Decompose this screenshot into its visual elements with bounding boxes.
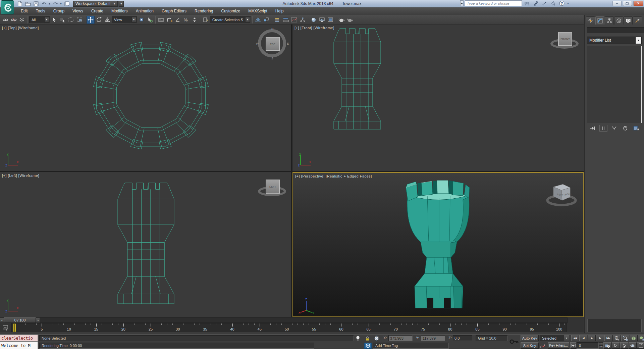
set-key-curve-icon[interactable] <box>540 343 547 349</box>
subscription-icon[interactable] <box>541 0 548 6</box>
menu-item[interactable]: Rendering <box>191 9 217 13</box>
spinner-snap-toggle-icon[interactable] <box>191 16 199 24</box>
isolate-selection-bulb-icon[interactable] <box>354 335 362 341</box>
tower-model[interactable] <box>293 173 584 317</box>
viewport-top[interactable]: [+] [Top] [Wireframe] N W E S TOP x y z <box>0 24 291 171</box>
viewcube-face-label[interactable]: LEFT <box>266 180 280 194</box>
time-slider-track[interactable] <box>40 317 568 323</box>
pin-stack-icon[interactable] <box>588 125 596 132</box>
viewport-front-label[interactable]: [+] [Front] [Wireframe] <box>294 26 334 30</box>
make-unique-icon[interactable] <box>610 125 618 132</box>
select-and-scale-icon[interactable] <box>103 16 111 24</box>
display-tab-icon[interactable] <box>624 16 633 24</box>
render-iterative-teapot-icon[interactable] <box>346 16 354 24</box>
maxscript-mini-listener-macro[interactable]: clearSelectio <box>0 335 38 342</box>
viewport-front[interactable]: [+] [Front] [Wireframe] FRONT x y z <box>292 24 584 171</box>
undo-dropdown-icon[interactable]: ▼ <box>48 3 51 5</box>
render-production-teapot-icon[interactable] <box>337 16 345 24</box>
play-animation-button[interactable]: ▶ <box>588 335 596 341</box>
hierarchy-tab-icon[interactable] <box>605 16 614 24</box>
z-coordinate-field[interactable]: 0,0 <box>453 335 472 341</box>
motion-tab-icon[interactable] <box>614 16 623 24</box>
application-menu-button[interactable] <box>1 0 14 14</box>
project-folder-icon[interactable] <box>63 1 70 7</box>
x-coordinate-field[interactable]: 373,963 <box>388 335 413 341</box>
zoom-all-icon[interactable] <box>621 335 629 341</box>
select-object-icon[interactable] <box>50 16 58 24</box>
zoom-icon[interactable]: ± <box>613 335 621 341</box>
reference-coordinate-system-dropdown[interactable]: View ▼ <box>112 16 137 23</box>
zoom-extents-all-icon[interactable] <box>638 335 644 341</box>
add-time-tag[interactable]: Add Time Tag <box>373 343 449 349</box>
minimize-button[interactable]: ─ <box>612 1 622 6</box>
undo-icon[interactable] <box>40 1 48 7</box>
use-pivot-point-center-icon[interactable] <box>138 16 146 24</box>
maximize-viewport-toggle-icon[interactable] <box>637 342 644 349</box>
menu-item[interactable]: Help <box>271 9 288 13</box>
time-configuration-icon[interactable] <box>603 342 611 349</box>
modifier-list-dropdown[interactable]: Modifier List ▼ <box>587 37 642 44</box>
search-expander-icon[interactable]: ▶ <box>460 0 464 6</box>
menu-item[interactable]: Customize <box>217 9 244 13</box>
schematic-view-icon[interactable] <box>299 16 307 24</box>
menu-item[interactable]: Graph Editors <box>158 9 191 13</box>
rendered-frame-window-icon[interactable] <box>326 16 334 24</box>
viewcube-front[interactable]: FRONT <box>549 28 581 60</box>
favorites-star-icon[interactable] <box>549 0 557 6</box>
viewcube-face-label[interactable]: TOP <box>266 37 280 51</box>
toggle-ribbon-icon[interactable] <box>282 16 290 24</box>
toolbar-options-icon[interactable]: ▼ <box>118 1 124 7</box>
go-to-end-button[interactable]: ▶▶ <box>604 335 612 341</box>
menu-item[interactable]: Modifiers <box>107 9 132 13</box>
key-mode-toggle-icon[interactable] <box>570 342 576 349</box>
redo-dropdown-icon[interactable]: ▼ <box>60 3 62 5</box>
rectangular-selection-region-icon[interactable] <box>67 16 75 24</box>
unlink-selection-icon[interactable] <box>10 16 18 24</box>
selection-filter-dropdown[interactable]: All ▼ <box>29 16 50 23</box>
viewcube-face-label[interactable]: FRONT <box>558 32 572 46</box>
menu-item[interactable]: Views <box>68 9 87 13</box>
compass-north[interactable]: N <box>271 27 274 31</box>
y-coordinate-field[interactable]: 117,379 <box>421 335 445 341</box>
time-tag-cube-icon[interactable] <box>364 343 372 349</box>
configure-modifier-sets-icon[interactable] <box>632 125 640 132</box>
compass-south[interactable]: S <box>271 57 273 60</box>
menu-item[interactable]: MAXScript <box>244 9 271 13</box>
select-and-link-icon[interactable] <box>1 16 9 24</box>
viewcube-left[interactable]: LEFT <box>257 176 289 208</box>
remove-modifier-icon[interactable] <box>621 125 629 132</box>
align-icon[interactable] <box>262 16 270 24</box>
selection-lock-icon[interactable] <box>364 335 371 341</box>
compass-west[interactable]: W <box>256 42 259 45</box>
search-icon[interactable] <box>523 0 531 6</box>
select-and-manipulate-icon[interactable] <box>146 16 154 24</box>
pan-view-icon[interactable] <box>620 342 628 349</box>
select-by-name-icon[interactable] <box>59 16 67 24</box>
help-dropdown-icon[interactable]: ▼ <box>567 2 570 5</box>
key-mode-dropdown[interactable]: Selected ▼ <box>540 335 569 341</box>
absolute-offset-mode-icon[interactable] <box>373 335 380 341</box>
bind-to-space-warp-icon[interactable] <box>18 16 26 24</box>
zoom-extents-icon[interactable] <box>630 335 638 341</box>
menu-item[interactable]: Group <box>49 9 68 13</box>
show-end-result-icon[interactable] <box>599 125 607 132</box>
manage-layers-icon[interactable] <box>273 16 281 24</box>
current-frame-marker[interactable] <box>13 323 16 332</box>
save-file-icon[interactable] <box>32 1 40 7</box>
next-frame-arrow-icon[interactable]: > <box>36 317 40 323</box>
workspace-dropdown[interactable]: Workspace: Default ▼ <box>73 1 118 7</box>
named-selection-sets-dropdown[interactable]: Create Selection Se ▼ <box>210 16 251 23</box>
help-icon[interactable]: ? <box>558 0 566 6</box>
mini-curve-editor-button[interactable] <box>0 323 11 332</box>
next-frame-button[interactable]: ▶ <box>596 335 604 341</box>
viewcube-perspective[interactable]: LEFT FRONT <box>545 178 578 210</box>
track-bar-ruler[interactable]: 5101520253035404550556065707580859095100 <box>11 323 567 332</box>
curve-editor-icon[interactable] <box>290 16 298 24</box>
menu-item[interactable]: Animation <box>132 9 158 13</box>
percent-snap-toggle-icon[interactable]: % <box>182 16 190 24</box>
search-input[interactable]: Type a keyword or phrase <box>465 0 522 6</box>
material-editor-icon[interactable] <box>310 16 318 24</box>
menu-item[interactable]: Create <box>87 9 107 13</box>
edit-named-selection-sets-icon[interactable] <box>202 16 210 24</box>
orbit-view-icon[interactable] <box>629 342 637 349</box>
